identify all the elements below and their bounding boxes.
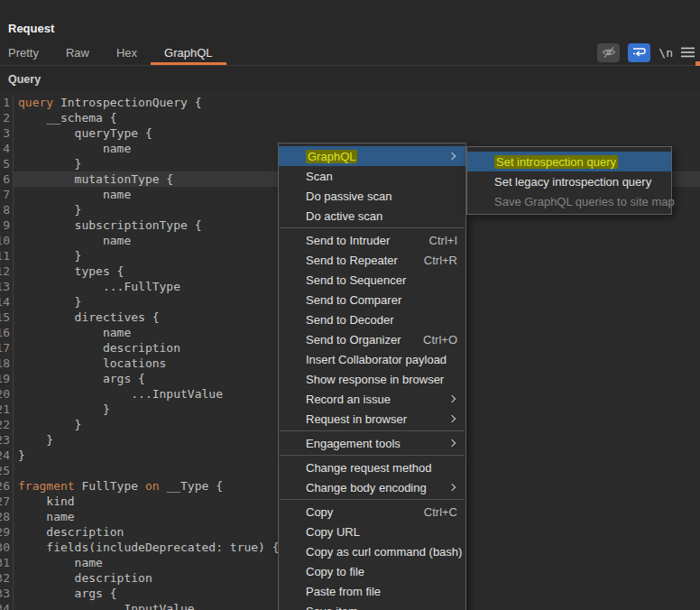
syntax-highlight-toggle-button[interactable] <box>597 43 620 62</box>
menu-item-label: Paste from file <box>306 585 381 598</box>
line-number: 26 <box>0 478 14 494</box>
menu-item-label: Show response in browser <box>306 373 444 386</box>
menu-item-do-active-scan[interactable]: Do active scan <box>279 206 465 226</box>
line-number: 20 <box>0 386 14 402</box>
panel-title: Request <box>8 22 54 35</box>
code-line[interactable]: 3 queryType { <box>0 125 700 141</box>
menu-item-show-response-in-browser[interactable]: Show response in browser <box>279 369 465 389</box>
tab-graphql[interactable]: GraphQL <box>151 43 226 65</box>
line-number: 1 <box>0 95 14 110</box>
code-line[interactable]: 1query IntrospectionQuery { <box>0 95 700 110</box>
line-number: 33 <box>0 586 14 601</box>
menu-item-save-graphql-queries-to-site-map: Save GraphQL queries to site map <box>467 191 671 211</box>
graphql-submenu: Set introspection querySet legacy intros… <box>466 146 672 215</box>
menu-item-paste-from-file[interactable]: Paste from file <box>279 581 465 601</box>
menu-item-save-item[interactable]: Save item <box>279 601 465 610</box>
menu-item-copy-as-curl-command-bash-[interactable]: Copy as curl command (bash) <box>279 541 465 561</box>
menu-item-set-introspection-query[interactable]: Set introspection query <box>467 152 671 171</box>
menu-item-label: Save item <box>306 605 358 610</box>
search-match-scroll-marker <box>695 61 700 66</box>
menu-item-label: Copy to file <box>306 565 364 578</box>
code-text: query IntrospectionQuery { <box>14 95 700 110</box>
request-editor-panel: Request PrettyRawHexGraphQL <box>0 0 700 610</box>
line-number: 19 <box>0 371 14 386</box>
line-number: 25 <box>0 463 14 478</box>
menu-item-label: Request in browser <box>306 412 407 426</box>
menu-item-send-to-sequencer[interactable]: Send to Sequencer <box>279 270 465 290</box>
line-number: 30 <box>0 540 14 555</box>
menu-shortcut: Ctrl+C <box>410 505 457 519</box>
menu-item-send-to-intruder[interactable]: Send to IntruderCtrl+I <box>279 230 465 250</box>
menu-item-set-legacy-introspection-query[interactable]: Set legacy introspection query <box>467 171 671 191</box>
menu-separator <box>280 455 465 456</box>
submenu-arrow-icon <box>448 152 456 160</box>
line-number: 27 <box>0 494 14 509</box>
tab-pretty[interactable]: Pretty <box>0 43 52 65</box>
menu-item-send-to-comparer[interactable]: Send to Comparer <box>279 290 465 310</box>
menu-item-record-an-issue[interactable]: Record an issue <box>279 389 465 409</box>
menu-item-graphql[interactable]: GraphQL <box>279 146 465 166</box>
tab-bar: PrettyRawHexGraphQL <box>0 43 700 66</box>
menu-item-change-body-encoding[interactable]: Change body encoding <box>279 477 465 497</box>
newline-chars-label: \n <box>659 46 673 60</box>
editor-menu-button[interactable] <box>681 43 695 62</box>
line-number: 11 <box>0 248 14 263</box>
line-number: 4 <box>0 141 14 156</box>
menu-item-send-to-organizer[interactable]: Send to OrganizerCtrl+O <box>279 329 465 349</box>
line-number: 2 <box>0 110 14 125</box>
editor-toolbar: \n <box>597 41 695 64</box>
submenu-arrow-icon <box>448 395 456 402</box>
menu-item-label: Scan <box>306 170 333 183</box>
menu-item-do-passive-scan[interactable]: Do passive scan <box>279 186 465 206</box>
menu-item-label: Do active scan <box>306 209 382 223</box>
menu-item-label: Do passive scan <box>306 189 391 203</box>
line-number: 22 <box>0 417 14 432</box>
menu-item-label: Send to Repeater <box>306 254 398 267</box>
line-number: 31 <box>0 555 14 570</box>
line-number: 10 <box>0 233 14 248</box>
menu-item-copy[interactable]: CopyCtrl+C <box>279 502 465 522</box>
menu-item-copy-to-file[interactable]: Copy to file <box>279 561 465 581</box>
line-number: 23 <box>0 432 14 448</box>
menu-shortcut: Ctrl+O <box>409 333 457 347</box>
menu-item-label: Change request method <box>306 461 431 475</box>
line-number: 28 <box>0 509 14 524</box>
menu-item-label: Save GraphQL queries to site map <box>494 195 675 208</box>
soft-wrap-toggle-button[interactable] <box>628 43 650 62</box>
menu-separator <box>280 499 465 500</box>
line-number: 13 <box>0 279 14 294</box>
menu-item-label: Engagement tools <box>306 437 401 450</box>
menu-item-send-to-decoder[interactable]: Send to Decoder <box>279 310 465 329</box>
menu-item-label: Send to Organizer <box>306 333 401 347</box>
menu-item-label: Send to Sequencer <box>306 273 406 287</box>
query-section-label: Query <box>8 73 41 86</box>
menu-item-send-to-repeater[interactable]: Send to RepeaterCtrl+R <box>279 250 465 270</box>
line-number: 5 <box>0 156 14 171</box>
submenu-arrow-icon <box>448 439 456 447</box>
menu-item-engagement-tools[interactable]: Engagement tools <box>279 433 465 453</box>
code-line[interactable]: 2 __schema { <box>0 110 700 125</box>
menu-item-scan[interactable]: Scan <box>279 166 465 186</box>
submenu-arrow-icon <box>448 415 456 422</box>
line-number: 17 <box>0 340 14 356</box>
tab-raw[interactable]: Raw <box>52 43 103 65</box>
menu-item-insert-collaborator-payload[interactable]: Insert Collaborator payload <box>279 349 465 369</box>
code-text: __schema { <box>14 110 700 125</box>
eye-off-icon <box>602 46 616 59</box>
context-menu: GraphQLScanDo passive scanDo active scan… <box>278 143 466 610</box>
line-number: 8 <box>0 202 14 217</box>
submenu-arrow-icon <box>448 484 456 491</box>
line-number: 16 <box>0 325 14 340</box>
tab-hex[interactable]: Hex <box>103 43 151 65</box>
menu-item-label: Copy as curl command (bash) <box>306 545 462 559</box>
menu-item-label: Change body encoding <box>306 481 427 494</box>
show-newlines-button[interactable]: \n <box>659 43 673 62</box>
hamburger-icon <box>681 47 695 58</box>
menu-item-change-request-method[interactable]: Change request method <box>279 458 465 477</box>
menu-item-request-in-browser[interactable]: Request in browser <box>279 409 465 429</box>
line-number: 7 <box>0 187 14 202</box>
menu-item-label: GraphQL <box>306 150 357 163</box>
menu-item-copy-url[interactable]: Copy URL <box>279 522 465 541</box>
menu-shortcut: Ctrl+I <box>415 234 457 247</box>
line-number: 21 <box>0 402 14 417</box>
